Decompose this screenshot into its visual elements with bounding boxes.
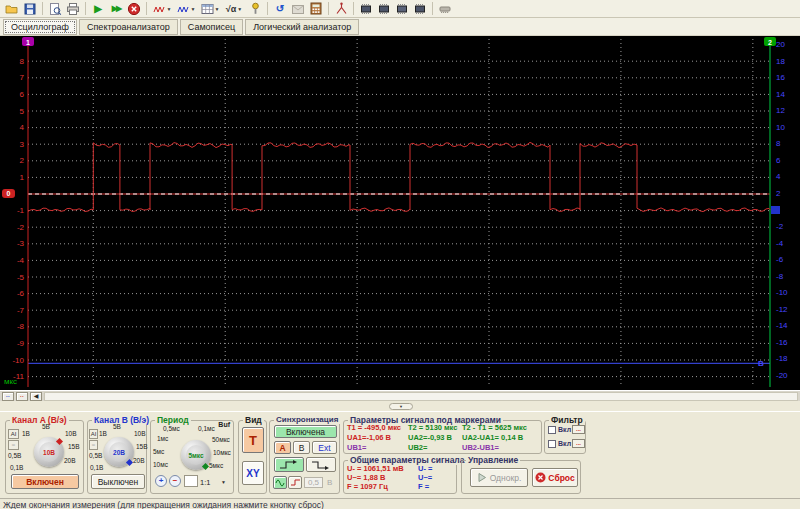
period-group: Период Buf 0,5мс 0,1мс 1мс 50мкс 5мс 10м… [150,420,234,494]
refresh-button[interactable]: ↺ [271,1,289,17]
sync-source-ext-button[interactable]: Ext [312,441,337,454]
channel-a-coupling-button[interactable]: ≈ [8,440,19,450]
knob-label: 15В [68,443,80,450]
knob-label: 10В [134,430,146,437]
marker-2-button[interactable]: ·· [16,392,28,401]
sync-level-trigger-button[interactable] [288,476,302,489]
toolbar-separator [146,2,147,15]
sync-level-input[interactable] [304,477,323,488]
tab-recorder[interactable]: Самописец [180,19,243,35]
view-xy-button[interactable]: XY [242,461,264,485]
svg-text:1: 1 [20,173,25,182]
channel-b-ai-button[interactable]: AI [89,429,98,439]
t1-value: T1 = -495,0 мкс [347,423,401,432]
svg-text:1: 1 [26,39,30,46]
run-all-button[interactable]: ▶▶ [107,1,125,17]
rising-edge-icon [278,460,300,470]
svg-text:-5: -5 [17,273,25,282]
app-window: ▶ ▶▶ ▼ ▼ ▼ √α▼ ↺ Осциллограф Спектроанал… [0,0,800,509]
waveform-plot: 87654321-1-2-3-4-5-6-7-8-9-10-1120181614… [0,36,800,390]
run-button[interactable]: ▶ [89,1,107,17]
sync-falling-edge-button[interactable] [306,457,336,472]
scrollbar-track[interactable] [44,392,798,401]
filter-2-more-button[interactable]: ... [572,439,585,448]
print-button[interactable] [64,1,82,17]
math-functions-dropdown[interactable]: √α▼ [222,1,246,17]
chip-4-button[interactable] [411,1,429,17]
knob-pointer-icon [202,463,209,470]
chip-3-button[interactable] [393,1,411,17]
knob-label: 10мкс [213,449,231,456]
channel-a-knob[interactable]: 10В [34,437,64,467]
level-icon [290,478,301,487]
sync-source-b-button[interactable]: B [293,441,310,454]
single-run-button[interactable]: Однокр. [470,468,528,487]
b-f-value: F = [418,482,429,491]
svg-text:3: 3 [20,140,25,149]
a-f-value: F = 1097 Гц [347,482,388,491]
channel-b-coupling-button[interactable]: ≈ [89,440,98,450]
channel-b-value: 20В [113,449,125,456]
export-button[interactable] [289,1,307,17]
svg-text:2: 2 [20,156,25,165]
period-knob[interactable]: 5мкс [181,440,211,470]
toolbar-separator [353,2,354,15]
calculator-button[interactable] [307,1,325,17]
channel-a-group: Канал A (В/э) AI ≈ 5В 1В 0,5В 0,1В 10В 1… [5,420,84,494]
filter-1-more-button[interactable]: ... [572,425,585,434]
zoom-in-button[interactable]: + [155,475,167,487]
oscilloscope-display[interactable]: 87654321-1-2-3-4-5-6-7-8-9-10-1120181614… [0,36,800,390]
sync-source-a-button[interactable]: A [274,441,291,454]
page-button[interactable] [184,475,198,487]
single-run-label: Однокр. [490,473,522,483]
channel-a-power-button[interactable]: Включен [11,474,79,489]
svg-text:4: 4 [776,172,781,181]
channel-a-title: Канал A (В/э) [10,415,69,425]
view-time-button[interactable]: T [242,427,264,453]
print-preview-button[interactable] [46,1,64,17]
svg-text:-1: -1 [17,206,25,215]
filter-2-checkbox[interactable] [548,440,556,448]
buffer-mode-label: Buf [218,421,230,428]
signal-generator-a-dropdown[interactable]: ▼ [150,1,174,17]
sync-enabled-button[interactable]: Включена [274,425,337,438]
chevron-down-icon[interactable]: ▼ [221,479,226,485]
channel-a-value: 10В [43,449,55,456]
filter-1-checkbox[interactable] [548,426,556,434]
signal-generator-b-dropdown[interactable]: ▼ [174,1,198,17]
channel-b-knob[interactable]: 20В [104,437,134,467]
zoom-out-button[interactable]: − [169,475,181,487]
data-table-dropdown[interactable]: ▼ [198,1,222,17]
knob-label: 5мс [153,448,164,455]
envelope-icon [291,3,305,15]
stop-button[interactable] [125,1,143,17]
tab-oscilloscope[interactable]: Осциллограф [3,19,77,35]
chip-1-button[interactable] [357,1,375,17]
probe-button[interactable] [246,1,264,17]
svg-text:-4: -4 [17,256,25,265]
marker-1-button[interactable]: ·· [2,392,14,401]
channel-b-power-button[interactable]: Выключен [91,474,145,489]
open-button[interactable] [3,1,21,17]
sync-signal-trigger-button[interactable] [273,476,287,489]
toolbar-separator [267,2,268,15]
collapse-panel-button[interactable]: ▼ [389,403,413,410]
sync-title: Синхронизация [274,415,340,424]
tab-spectrum-analyzer[interactable]: Спектроанализатор [79,19,178,35]
circuit-button[interactable] [332,1,350,17]
channel-a-ai-button[interactable]: AI [8,429,19,439]
save-button[interactable] [21,1,39,17]
tab-logic-analyzer[interactable]: Логический анализатор [245,19,359,35]
play-all-icon: ▶▶ [112,4,120,14]
reset-button[interactable]: Сброс [532,468,578,487]
filter-title: Фильтр [549,415,585,425]
sync-rising-edge-button[interactable] [274,457,304,472]
svg-text:-2: -2 [776,222,784,231]
chip-flat-button[interactable] [436,1,454,17]
svg-text:-8: -8 [17,322,25,331]
svg-text:-7: -7 [17,306,25,315]
svg-text:8: 8 [20,57,25,66]
scroll-left-button[interactable]: ◀ [30,392,42,401]
chip-2-button[interactable] [375,1,393,17]
svg-text:-14: -14 [776,321,788,330]
